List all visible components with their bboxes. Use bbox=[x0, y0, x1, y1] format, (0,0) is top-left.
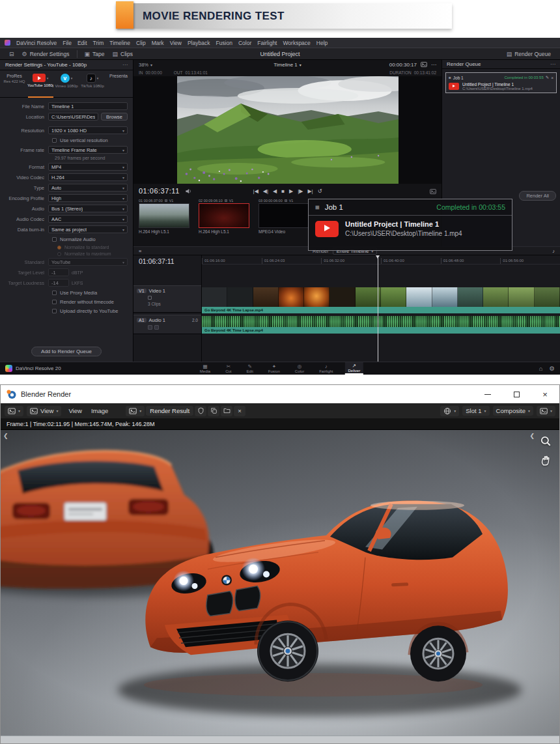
add-to-render-queue-button[interactable]: Add to Render Queue bbox=[31, 347, 102, 356]
menu-item[interactable]: Timeline bbox=[109, 40, 130, 46]
video-codec-dropdown[interactable]: H.264▾ bbox=[48, 173, 128, 181]
maximize-button[interactable] bbox=[502, 385, 531, 403]
format-dropdown[interactable]: MP4▾ bbox=[48, 163, 128, 171]
data-burn-in-dropdown[interactable]: Same as project▾ bbox=[48, 225, 128, 233]
image-pin-dropdown[interactable]: ▾ bbox=[537, 406, 555, 416]
use-proxy-media-checkbox[interactable]: Use Proxy Media bbox=[52, 289, 128, 296]
region-toggle-icon[interactable]: ❮ bbox=[3, 433, 8, 439]
minimize-button[interactable] bbox=[473, 385, 502, 403]
delete-job-icon[interactable]: × bbox=[551, 76, 553, 80]
transport-button[interactable]: ▶ bbox=[289, 188, 293, 194]
menu-item[interactable]: Fusion bbox=[216, 40, 232, 46]
transport-button[interactable]: ◀| bbox=[263, 188, 268, 194]
clips-button[interactable]: ▤ Clips bbox=[109, 50, 137, 59]
page-tab-fairlight[interactable]: ♪ Fairlight bbox=[316, 362, 336, 375]
menu-app-name[interactable]: DaVinci Resolve bbox=[16, 40, 57, 46]
open-image-icon[interactable] bbox=[221, 406, 232, 416]
audio-mixer-icon[interactable]: ♪ bbox=[552, 248, 555, 254]
view-mode-dropdown[interactable]: View ▾ bbox=[27, 406, 61, 416]
resolution-dropdown[interactable]: 1920 x 1080 HD▾ bbox=[48, 126, 128, 134]
audio-clip-name-bar[interactable]: Go Beyond 4K Time Lapse.mp4 bbox=[202, 327, 560, 334]
encoding-profile-dropdown[interactable]: High▾ bbox=[48, 194, 128, 202]
render-slot-dropdown[interactable]: Slot 1 ▾ bbox=[462, 406, 489, 416]
menu-item[interactable]: Mark bbox=[152, 40, 164, 46]
page-tab-edit[interactable]: ✎ Edit bbox=[243, 362, 256, 375]
type-dropdown[interactable]: Auto▾ bbox=[48, 184, 128, 192]
menu-item[interactable]: Fairlight bbox=[257, 40, 277, 46]
menu-item[interactable]: Trim bbox=[93, 40, 104, 46]
film-icon[interactable] bbox=[421, 61, 427, 68]
timeline-selector-dropdown[interactable]: Timeline 1 ▾ bbox=[273, 62, 301, 68]
preset-tiktok[interactable]: ♪ ▾ TikTok 1080p bbox=[79, 74, 105, 88]
panel-options-icon[interactable]: ⋯ bbox=[122, 62, 128, 68]
normalize-audio-checkbox[interactable]: Normalize Audio bbox=[52, 236, 128, 242]
menu-item[interactable]: File bbox=[63, 40, 72, 46]
solo-button[interactable] bbox=[148, 325, 152, 330]
close-button[interactable]: × bbox=[531, 385, 559, 403]
menu-item[interactable]: Clip bbox=[136, 40, 146, 46]
render-without-timecode-checkbox[interactable]: Render without timecode bbox=[52, 298, 128, 305]
audio-track-header[interactable]: A1 Audio 1 2.0 bbox=[133, 315, 201, 334]
region-toggle-icon[interactable]: ❮ bbox=[529, 433, 535, 439]
viewer-options-icon[interactable]: ⋯ bbox=[431, 62, 436, 68]
video-track-filmstrip[interactable] bbox=[202, 287, 560, 307]
edit-job-icon[interactable]: ✎ bbox=[546, 75, 549, 80]
settings-gear-icon[interactable]: ⚙ bbox=[549, 365, 555, 372]
render-job-card[interactable]: ≡ Job 1 Completed in 00:03:55 ✎ × Untitl… bbox=[445, 72, 557, 93]
menu-item[interactable]: View bbox=[170, 40, 182, 46]
image-icon[interactable] bbox=[430, 188, 436, 195]
render-pass-dropdown[interactable]: Composite ▾ bbox=[493, 406, 533, 416]
image-datablock-name[interactable]: Render Result bbox=[146, 406, 193, 416]
menu-item[interactable]: Workspace bbox=[283, 40, 310, 46]
upload-directly-youtube-checkbox[interactable]: Upload directly to YouTube bbox=[52, 308, 128, 314]
file-name-input[interactable]: Timeline 1 bbox=[48, 102, 128, 110]
display-channels-dropdown[interactable]: ▾ bbox=[440, 406, 459, 416]
location-input[interactable]: C:\Users\USER\Desktop bbox=[48, 113, 98, 121]
render-result-viewport[interactable]: ❮ ❮ bbox=[1, 430, 559, 736]
lock-icon[interactable] bbox=[148, 296, 152, 300]
clip-item[interactable]: 03 00:00:06:00 V1 MPEG4 Video bbox=[259, 198, 309, 235]
audio-codec-dropdown[interactable]: AAC▾ bbox=[48, 215, 128, 223]
transport-button[interactable]: ◀ bbox=[273, 188, 277, 194]
page-tab-cut[interactable]: ✂ Cut bbox=[222, 362, 234, 375]
header-menu-item[interactable]: Image bbox=[87, 406, 112, 416]
menu-item[interactable]: Playback bbox=[188, 40, 210, 46]
unlink-image-icon[interactable]: × bbox=[234, 406, 245, 416]
viewer-zoom-dropdown[interactable]: 38% ▾ bbox=[139, 62, 152, 68]
normalize-to-maximum-radio[interactable]: Normalize to maximum bbox=[57, 251, 128, 256]
video-clip-name-bar[interactable]: Go Beyond 4K Time Lapse.mp4 bbox=[202, 307, 560, 313]
page-tab-color[interactable]: ◎ Color bbox=[292, 362, 307, 375]
zoom-tool-icon[interactable] bbox=[539, 434, 553, 448]
clip-thumbnail[interactable] bbox=[259, 203, 309, 228]
transport-button[interactable]: ■ bbox=[281, 188, 285, 194]
transport-button[interactable]: |◀ bbox=[253, 188, 259, 194]
target-level-input[interactable]: -1 bbox=[48, 268, 69, 276]
frame-rate-dropdown[interactable]: Timeline Frame Rate▾ bbox=[48, 146, 128, 154]
timeline-ruler[interactable]: 01:06:16:0001:06:24:0301:06:32:0001:06:4… bbox=[202, 255, 560, 265]
preset-youtube[interactable]: ▾ YouTube 1080p bbox=[27, 74, 53, 87]
audio-dropdown[interactable]: Bus 1 (Stereo)▾ bbox=[48, 205, 128, 212]
normalize-to-standard-radio[interactable]: Normalize to standard bbox=[57, 245, 128, 250]
transport-button[interactable]: |▶ bbox=[298, 188, 303, 194]
transport-button[interactable]: ↺ bbox=[318, 188, 322, 194]
editor-type-dropdown[interactable]: ▾ bbox=[5, 406, 23, 416]
mute-button[interactable] bbox=[154, 325, 159, 330]
page-tab-deliver[interactable]: ↗ Deliver bbox=[345, 362, 364, 375]
header-menu-item[interactable]: View bbox=[64, 406, 85, 416]
panel-toggle-icon[interactable]: ⊟ bbox=[5, 50, 18, 59]
use-vertical-resolution-checkbox[interactable]: Use vertical resolution bbox=[52, 137, 128, 143]
standard-dropdown[interactable]: YouTube▾ bbox=[48, 258, 128, 266]
preset-presentation[interactable]: Presenta bbox=[105, 74, 132, 79]
menu-item[interactable]: Edit bbox=[77, 40, 87, 46]
clip-thumbnail-selected[interactable] bbox=[199, 203, 249, 228]
speaker-icon[interactable] bbox=[185, 188, 192, 195]
render-settings-button[interactable]: ⚙ Render Settings bbox=[18, 50, 74, 59]
audio-waveform[interactable] bbox=[202, 316, 560, 327]
duplicate-image-icon[interactable] bbox=[208, 406, 219, 416]
target-loudness-input[interactable]: -14 bbox=[48, 279, 69, 287]
menu-item[interactable]: Color bbox=[238, 40, 251, 46]
timeline-tracks-area[interactable]: 01:06:16:0001:06:24:0301:06:32:0001:06:4… bbox=[202, 255, 560, 362]
page-tab-media[interactable]: ▦ Media bbox=[197, 362, 214, 375]
timeline-menu-icon[interactable]: ≡ bbox=[139, 248, 141, 254]
menu-item[interactable]: Help bbox=[316, 40, 328, 46]
